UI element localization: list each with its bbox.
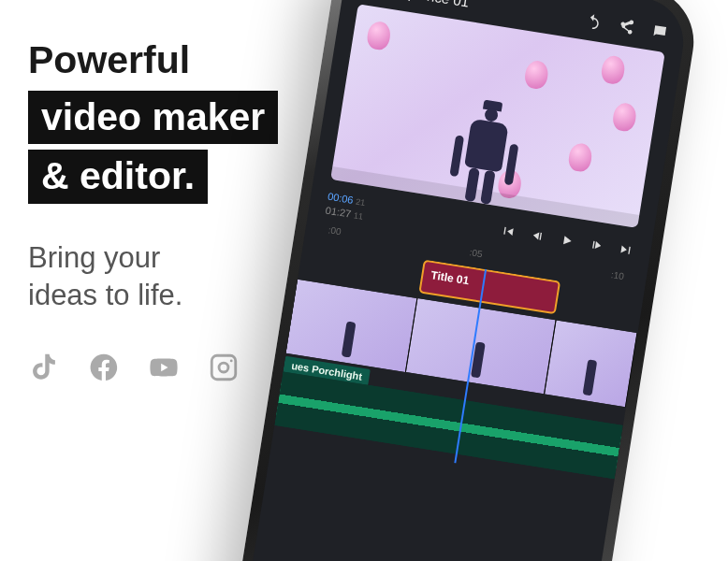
undo-icon[interactable] [584,11,604,31]
instagram-icon [208,352,240,383]
ruler-tick: :05 [469,247,483,259]
jellyfish-decoration [523,59,549,90]
jellyfish-decoration [366,20,392,50]
share-icon[interactable] [617,17,636,36]
facebook-icon [88,352,120,383]
time-current-frames: 21 [356,196,366,207]
skip-start-icon[interactable] [500,223,517,239]
time-current: 00:06 [327,191,354,206]
jellyfish-decoration [600,54,626,85]
sequence-title: Sequence 01 [386,0,470,9]
video-clip[interactable] [545,321,637,408]
jellyfish-decoration [611,102,637,133]
youtube-icon [148,352,180,383]
ruler-tick: :00 [328,224,342,237]
headline-2: video maker [28,91,278,144]
subhead-line1: Bring your [28,241,160,274]
headline-1: Powerful [28,37,337,83]
topbar-actions [584,11,670,41]
step-back-icon[interactable] [529,227,546,244]
timecode: 00:0621 01:2711 [325,189,367,223]
step-forward-icon[interactable] [588,237,604,253]
time-duration-frames: 11 [353,210,363,221]
jellyfish-decoration [567,142,593,173]
comment-icon[interactable] [650,22,670,42]
play-icon[interactable] [559,232,575,249]
skip-end-icon[interactable] [618,241,634,258]
ruler-tick: :10 [610,269,624,281]
tiktok-icon [28,352,60,383]
subhead-line2: ideas to life. [28,279,182,311]
video-clip[interactable] [406,298,557,394]
headline-3: & editor. [28,150,208,203]
time-duration: 01:27 [325,205,352,220]
